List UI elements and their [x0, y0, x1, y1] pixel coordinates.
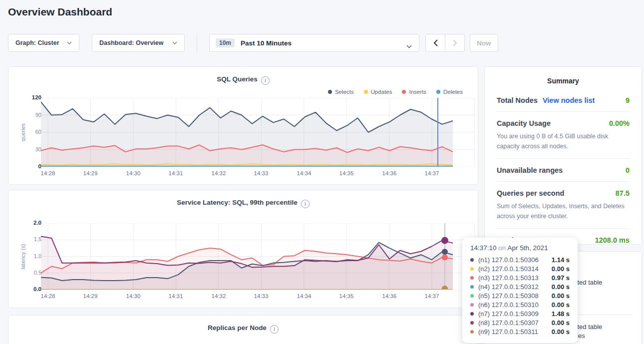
y-tick: 60 [13, 129, 41, 135]
summary-value: 1208.0 ms [595, 236, 630, 244]
tooltip-timestamp: 14:37:10 on Apr 5th, 2021 [470, 244, 570, 252]
legend-item-updates[interactable]: Updates [364, 89, 392, 95]
node-value: 0.00 s [552, 301, 570, 309]
summary-label: Queries per second [497, 189, 564, 197]
summary-row-total-nodes: Total Nodes View nodes list 9 [497, 89, 630, 112]
x-tick: 14:35 [331, 293, 361, 299]
next-time-button[interactable] [445, 34, 464, 51]
tooltip-row: (n8) 127.0.0.1:503070.00 s [470, 318, 570, 327]
x-tick: 14:34 [289, 170, 319, 176]
node-dot-icon [470, 303, 474, 307]
node-value: 1.14 s [552, 256, 570, 264]
x-tick: 14:32 [204, 293, 234, 299]
summary-row-unavailable-ranges: Unavailable ranges 0 [497, 159, 630, 182]
node-value: 0.97 s [552, 274, 570, 282]
tooltip-row: (n5) 127.0.0.1:503080.00 s [470, 291, 570, 300]
node-label: (n2) 127.0.0.1:50314 [478, 265, 539, 273]
x-tick: 14:29 [75, 170, 105, 176]
tooltip-row: (n1) 127.0.0.1:503061.14 s [470, 255, 570, 264]
service-latency-panel: Service Latency: SQL, 99th percentilei l… [8, 190, 478, 308]
tooltip-row: (n4) 127.0.0.1:503120.00 s [470, 282, 570, 291]
x-tick: 14:36 [374, 170, 404, 176]
y-tick: 0.0 [13, 286, 41, 292]
tooltip-node-list: (n1) 127.0.0.1:503061.14 s(n2) 127.0.0.1… [470, 255, 570, 336]
node-dot-icon [470, 321, 474, 325]
node-label: (n8) 127.0.0.1:50307 [478, 319, 539, 327]
service-latency-chart[interactable] [41, 223, 475, 290]
selects-dot-icon [328, 90, 332, 94]
legend-label: Updates [371, 89, 392, 95]
info-icon[interactable]: i [270, 325, 279, 334]
x-tick: 14:35 [331, 170, 361, 176]
summary-value: 9 [626, 96, 630, 104]
node-label: (n4) 127.0.0.1:50312 [478, 283, 539, 291]
x-tick: 14:33 [246, 293, 276, 299]
legend-item-deletes[interactable]: Deletes [436, 89, 463, 95]
updates-dot-icon [364, 90, 368, 94]
y-tick: 2.0 [13, 220, 41, 226]
x-tick: 14:29 [75, 293, 105, 299]
node-dot-icon [470, 267, 474, 271]
replicas-per-node-title: Replicas per Nodei [8, 324, 478, 334]
node-label: (n1) 127.0.0.1:50306 [478, 256, 539, 264]
node-dot-icon [470, 276, 474, 280]
dashboard-dropdown-label: Dashboard: Overview [99, 39, 164, 46]
legend-label: Deletes [443, 89, 463, 95]
summary-value: 87.5 [616, 189, 630, 197]
tooltip-row: (n6) 127.0.0.1:503100.00 s [470, 300, 570, 309]
time-range-selector[interactable]: 10m Past 10 Minutes [209, 34, 419, 52]
summary-panel: Summary Total Nodes View nodes list 9 Ca… [484, 66, 642, 245]
now-button[interactable]: Now [470, 34, 498, 52]
node-dot-icon [470, 312, 474, 316]
legend-label: Inserts [409, 89, 426, 95]
inserts-dot-icon [402, 90, 406, 94]
node-dot-icon [470, 285, 474, 289]
summary-row-qps: Queries per second 87.5 Sum of Selects, … [497, 182, 630, 229]
summary-label: Capacity Usage [497, 119, 551, 127]
graph-dropdown[interactable]: Graph: Cluster [8, 34, 79, 52]
y-tick: 90 [13, 112, 41, 118]
summary-label: Total Nodes [497, 96, 538, 104]
y-tick: 1.0 [13, 253, 41, 259]
sql-queries-title-text: SQL Queries [217, 75, 258, 83]
time-range-badge: 10m [216, 38, 235, 47]
prev-time-button[interactable] [426, 34, 445, 51]
node-dot-icon [470, 294, 474, 298]
dashboard-dropdown[interactable]: Dashboard: Overview [92, 34, 185, 52]
sql-queries-panel: SQL Queriesi Selects Updates Inserts Del… [8, 66, 478, 185]
x-tick: 14:31 [161, 293, 191, 299]
x-tick: 14:34 [289, 293, 319, 299]
legend-item-selects[interactable]: Selects [328, 89, 354, 95]
x-tick: 14:36 [374, 293, 404, 299]
sql-queries-title: SQL Queriesi [8, 75, 478, 85]
time-range-label: Past 10 Minutes [241, 39, 292, 47]
node-value: 0.00 s [552, 319, 570, 327]
summary-value: 0 [626, 166, 630, 174]
replicas-per-node-panel: Replicas per Nodei [8, 315, 478, 344]
view-nodes-list-link[interactable]: View nodes list [543, 96, 595, 104]
info-icon[interactable]: i [301, 200, 310, 208]
info-icon[interactable]: i [261, 76, 270, 85]
node-label: (n5) 127.0.0.1:50308 [478, 292, 539, 300]
legend-label: Selects [335, 89, 354, 95]
now-button-label: Now [477, 39, 491, 47]
x-tick: 14:31 [161, 170, 191, 176]
summary-label: Unavailable ranges [497, 166, 563, 174]
legend-item-inserts[interactable]: Inserts [402, 89, 426, 95]
y-tick: 0.5 [13, 270, 41, 276]
chevron-down-icon [67, 41, 72, 44]
service-latency-title: Service Latency: SQL, 99th percentilei [8, 199, 478, 208]
toolbar-divider [197, 33, 197, 53]
y-tick: 30 [13, 146, 41, 152]
chevron-left-icon [433, 39, 438, 46]
sql-queries-chart[interactable] [41, 98, 475, 167]
node-value: 1.48 s [552, 310, 570, 318]
chevron-right-icon [453, 39, 457, 46]
x-tick: 14:32 [204, 170, 234, 176]
deletes-dot-icon [436, 90, 440, 94]
y-tick: 1.5 [13, 236, 41, 242]
overview-dashboard-page: { "page_title": "Overview Dashboard", "t… [0, 0, 644, 344]
tooltip-row: (n7) 127.0.0.1:503091.48 s [470, 309, 570, 318]
replicas-title-text: Replicas per Node [208, 324, 267, 332]
page-title: Overview Dashboard [8, 6, 112, 18]
